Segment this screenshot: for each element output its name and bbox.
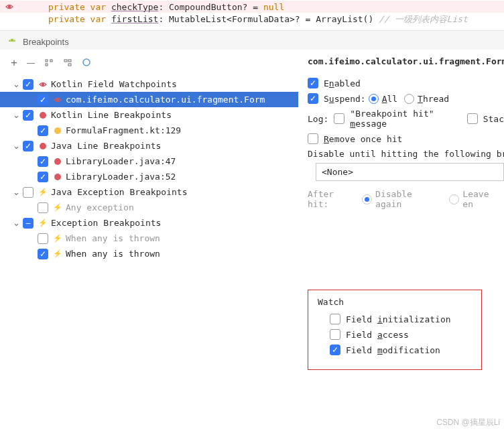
svg-rect-7 [68, 60, 71, 62]
watchpoint-icon [52, 95, 63, 105]
chevron-down-icon[interactable]: ⌄ [12, 218, 20, 228]
remove-button[interactable]: — [27, 58, 35, 68]
checkbox[interactable]: ✓ [23, 110, 34, 121]
field-init-row[interactable]: Field initialization [330, 314, 472, 324]
svg-point-1 [10, 40, 11, 41]
node-kotlin-line-breakpoints[interactable]: ⌄ ✓ Kotlin Line Breakpoints [0, 107, 298, 123]
svg-point-9 [83, 59, 90, 66]
watchpoint-gutter-icon[interactable] [4, 1, 15, 12]
svg-point-14 [40, 143, 46, 149]
toggle-circle-icon[interactable] [82, 58, 91, 69]
checkbox[interactable]: ✓ [38, 95, 48, 105]
breakpoint-tree[interactable]: ⌄ ✓ Kotlin Field Watchpoints ✓ com.ifeim… [0, 76, 298, 261]
breakpoint-toolbar: + — [0, 50, 298, 76]
group-by-icon-2[interactable] [63, 58, 72, 69]
svg-rect-5 [46, 64, 48, 66]
node-kotlin-field-watchpoints[interactable]: ⌄ ✓ Kotlin Field Watchpoints [0, 76, 298, 92]
node-java-line-breakpoints[interactable]: ⌄ ✓ Java Line Breakpoints [0, 138, 298, 153]
field-mod-checkbox[interactable]: ✓ [330, 345, 340, 355]
chevron-down-icon[interactable]: ⌄ [12, 141, 20, 151]
log-msg-label: "Breakpoint hit" message [350, 109, 460, 129]
node-java-exception[interactable]: ⌄ ⚡ Java Exception Breakpoints [0, 184, 298, 200]
after-hit-row: After hit: Disable again Leave en [308, 189, 504, 209]
node-line-item[interactable]: ✓ FormulaFragment.kt:129 [0, 123, 298, 138]
checkbox[interactable] [38, 233, 48, 244]
lightning-icon: ⚡ [52, 233, 63, 244]
breakpoint-icon [52, 156, 63, 167]
enabled-row[interactable]: ✓ Enabled [308, 78, 504, 88]
suspend-checkbox[interactable]: ✓ [308, 93, 318, 104]
radio-thread[interactable] [404, 94, 414, 104]
checkbox[interactable]: ✓ [23, 79, 34, 90]
field-init-checkbox[interactable] [330, 314, 340, 324]
radio-disable-again[interactable] [362, 194, 372, 204]
log-row: Log: "Breakpoint hit" message Stac [308, 109, 504, 129]
suspend-row[interactable]: ✓ Suspend: All Thread [308, 93, 504, 104]
node-java-item-1[interactable]: ✓ LibraryLoader.java:47 [0, 153, 298, 169]
radio-all[interactable] [369, 94, 379, 104]
group-by-icon[interactable] [44, 58, 54, 69]
enabled-checkbox[interactable]: ✓ [308, 78, 318, 88]
panel-title: Breakpoints [23, 37, 69, 47]
svg-point-13 [54, 127, 61, 134]
disable-until-label: Disable until hitting the following brea… [308, 149, 504, 159]
checkbox[interactable]: ✓ [38, 172, 48, 182]
field-access-row[interactable]: Field access [330, 329, 472, 340]
node-when-any-2[interactable]: ✓ ⚡ When any is thrown [0, 246, 298, 261]
breakpoint-path: com.ifeimo.calculator.ui.fragment.Formul… [308, 52, 504, 73]
log-stack-label: Stac [483, 114, 504, 124]
code-text: private var checkType: CompoundButton? =… [48, 2, 284, 12]
radio-leave[interactable] [449, 194, 459, 204]
remove-label: Remove once hit [324, 134, 402, 144]
chevron-down-icon[interactable]: ⌄ [12, 79, 20, 89]
field-mod-row[interactable]: ✓ Field modification [330, 345, 472, 355]
checkbox[interactable] [23, 187, 34, 198]
suspend-label: Suspend: [324, 94, 366, 104]
checkbox[interactable]: ✓ [38, 156, 48, 167]
breakpoint-icon [52, 172, 63, 182]
lightning-icon: ⚡ [38, 187, 48, 198]
thread-label: Thread [418, 94, 449, 104]
chevron-down-icon[interactable]: ⌄ [12, 187, 20, 197]
svg-point-16 [54, 174, 61, 180]
lightning-icon: ⚡ [52, 249, 63, 259]
remove-row[interactable]: Remove once hit [308, 133, 504, 144]
svg-rect-3 [46, 60, 48, 62]
breakpoint-yellow-icon [52, 125, 63, 136]
right-pane: com.ifeimo.calculator.ui.fragment.Formul… [298, 50, 504, 422]
field-access-label: Field access [346, 330, 409, 340]
svg-rect-8 [68, 64, 71, 66]
node-when-any-1[interactable]: ⚡ When any is thrown [0, 231, 298, 246]
checkbox[interactable]: ✓ [38, 249, 48, 259]
svg-rect-6 [64, 60, 67, 62]
breakpoint-icon [38, 141, 48, 151]
log-stack-checkbox[interactable] [467, 113, 478, 124]
remove-checkbox[interactable] [308, 133, 318, 144]
log-msg-checkbox[interactable] [334, 113, 344, 124]
checkbox-indeterminate[interactable]: – [23, 218, 34, 229]
breakpoint-icon [38, 110, 48, 121]
chevron-down-icon[interactable]: ⌄ [12, 110, 20, 120]
left-pane: + — ⌄ ✓ Kotlin Field Watchpoints ✓ com.i… [0, 50, 298, 422]
field-mod-label: Field modification [346, 345, 440, 355]
code-editor: private var checkType: CompoundButton? =… [0, 0, 504, 31]
disable-until-select[interactable]: <None> [316, 163, 504, 181]
node-exception-breakpoints[interactable]: ⌄ – ⚡ Exception Breakpoints [0, 215, 298, 231]
checkbox[interactable]: ✓ [38, 125, 48, 136]
svg-point-15 [54, 158, 61, 165]
add-button[interactable]: + [11, 56, 17, 70]
svg-point-0 [8, 5, 11, 8]
watchpoint-icon [38, 79, 48, 90]
checkbox[interactable] [38, 202, 48, 213]
node-any-exception[interactable]: ⚡ Any exception [0, 200, 298, 215]
node-watchpoint-item[interactable]: ✓ com.ifeimo.calculator.ui.fragment.Form [0, 92, 298, 107]
node-java-item-2[interactable]: ✓ LibraryLoader.java:52 [0, 169, 298, 184]
enabled-label: Enabled [324, 78, 361, 88]
log-label: Log: [308, 114, 328, 124]
svg-rect-4 [50, 60, 52, 62]
lightning-icon: ⚡ [52, 202, 63, 213]
checkbox[interactable]: ✓ [23, 141, 34, 151]
field-access-checkbox[interactable] [330, 329, 340, 340]
after-hit-label: After hit: [308, 189, 359, 209]
android-icon [7, 36, 17, 47]
